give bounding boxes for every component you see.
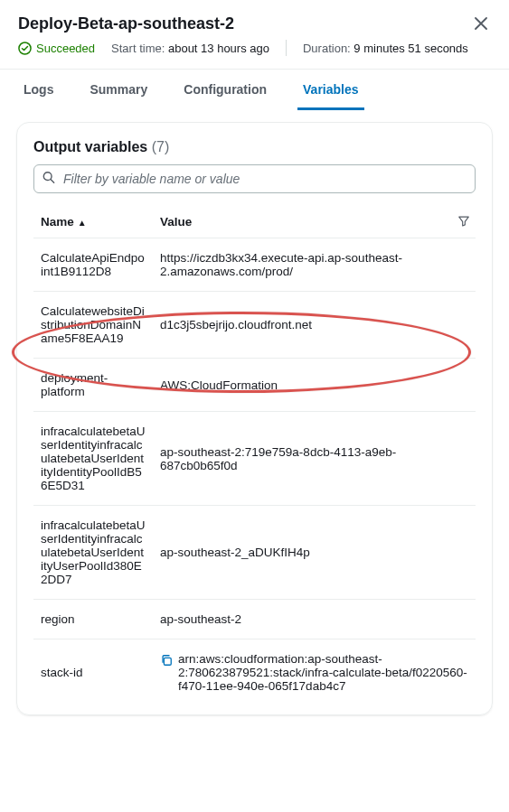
- variables-table: Name▲ Value CalculateApiEndpoint1B9112D8…: [33, 206, 476, 705]
- table-row: deployment-platform AWS:CloudFormation: [33, 359, 476, 412]
- close-button[interactable]: [471, 14, 491, 34]
- tab-configuration[interactable]: Configuration: [178, 70, 272, 110]
- start-time-value: about 13 hours ago: [168, 42, 269, 55]
- filter-wrap: [33, 164, 476, 193]
- var-value: ap-southeast-2:719e759a-8dcb-4113-a9eb-6…: [153, 412, 476, 506]
- col-header-name[interactable]: Name▲: [33, 206, 153, 238]
- start-time: Start time: about 13 hours ago: [111, 42, 269, 55]
- var-value: AWS:CloudFormation: [153, 359, 476, 412]
- var-value: d1c3j5sbejrijo.cloudfront.net: [153, 292, 476, 359]
- divider: [286, 40, 287, 56]
- funnel-icon: [457, 214, 470, 227]
- table-header-row: Name▲ Value: [33, 206, 476, 238]
- copy-button[interactable]: [160, 654, 173, 669]
- start-time-label: Start time:: [111, 42, 165, 55]
- status-badge: Succeeded: [18, 42, 95, 55]
- col-header-name-text: Name: [41, 215, 74, 229]
- var-name: infracalculatebetaUserIdentityinfracalcu…: [33, 506, 153, 600]
- var-name: CalculatewebsiteDistributionDomainName5F…: [33, 292, 153, 359]
- var-value: ap-southeast-2_aDUKfIH4p: [153, 506, 476, 600]
- copy-icon: [160, 654, 173, 667]
- table-settings-button[interactable]: [457, 214, 470, 229]
- page-title: Deploy-Beta-ap-southeast-2: [18, 14, 234, 33]
- svg-line-2: [51, 180, 54, 183]
- var-name: CalculateApiEndpoint1B9112D8: [33, 238, 153, 292]
- table-row: infracalculatebetaUserIdentityinfracalcu…: [33, 506, 476, 600]
- tabs: Logs Summary Configuration Variables: [0, 70, 509, 111]
- sort-asc-icon: ▲: [78, 218, 87, 228]
- table-row: region ap-southeast-2: [33, 600, 476, 639]
- svg-rect-3: [164, 658, 171, 665]
- meta-row: Succeeded Start time: about 13 hours ago…: [18, 40, 491, 56]
- success-check-icon: [18, 42, 32, 55]
- duration-label: Duration:: [303, 42, 351, 55]
- table-row: CalculateApiEndpoint1B9112D8 https://icz…: [33, 238, 476, 292]
- tab-summary[interactable]: Summary: [84, 70, 153, 110]
- filter-input[interactable]: [33, 164, 476, 193]
- close-icon: [475, 17, 487, 30]
- var-value: https://iczdb3kx34.execute-api.ap-southe…: [153, 238, 476, 292]
- var-name: region: [33, 600, 153, 639]
- table-row: infracalculatebetaUserIdentityinfracalcu…: [33, 412, 476, 506]
- search-icon: [42, 172, 55, 187]
- details-panel: Deploy-Beta-ap-southeast-2 Succeeded Sta…: [0, 0, 509, 56]
- table-row: stack-id arn:aws:cloudformation:ap-south…: [33, 639, 476, 706]
- duration-value: 9 minutes 51 seconds: [353, 42, 467, 55]
- var-name: deployment-platform: [33, 359, 153, 412]
- duration: Duration: 9 minutes 51 seconds: [303, 42, 468, 55]
- tab-logs[interactable]: Logs: [18, 70, 59, 110]
- var-name: stack-id: [33, 639, 153, 706]
- var-value: ap-southeast-2: [153, 600, 476, 639]
- card-title: Output variables (7): [33, 139, 476, 155]
- panel-header: Deploy-Beta-ap-southeast-2: [18, 14, 491, 34]
- col-header-value-text: Value: [160, 215, 192, 229]
- var-value: arn:aws:cloudformation:ap-southeast-2:78…: [153, 639, 476, 706]
- table-row: CalculatewebsiteDistributionDomainName5F…: [33, 292, 476, 359]
- var-value-text: arn:aws:cloudformation:ap-southeast-2:78…: [178, 652, 468, 693]
- status-text: Succeeded: [36, 42, 95, 55]
- card-count: (7): [152, 139, 170, 154]
- card-title-text: Output variables: [33, 139, 147, 154]
- var-name: infracalculatebetaUserIdentityinfracalcu…: [33, 412, 153, 506]
- tab-variables[interactable]: Variables: [297, 70, 364, 110]
- output-variables-card: Output variables (7) Name▲ Value: [16, 122, 493, 715]
- col-header-value[interactable]: Value: [153, 206, 476, 238]
